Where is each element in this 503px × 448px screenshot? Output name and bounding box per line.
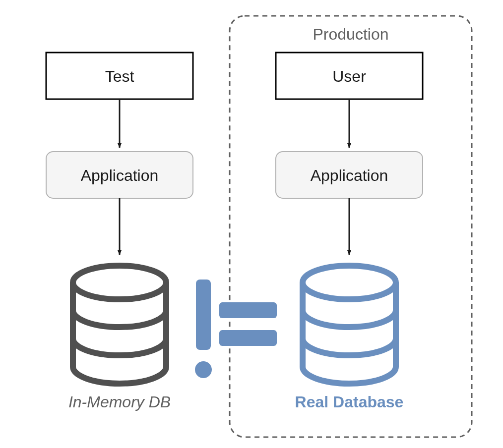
user-box-label: User [332, 67, 366, 85]
architecture-diagram: Production Test Application In-Memory DB… [0, 0, 503, 448]
production-label: Production [313, 25, 389, 43]
svg-point-1 [303, 266, 396, 299]
application-box-left-label: Application [81, 167, 159, 184]
application-box-right-label: Application [311, 167, 388, 184]
inmemory-db-icon [73, 266, 166, 384]
svg-point-0 [73, 266, 166, 299]
test-box-label: Test [105, 67, 134, 85]
inmemory-db-label: In-Memory DB [68, 393, 171, 411]
real-db-label: Real Database [295, 393, 404, 411]
svg-rect-4 [219, 302, 277, 318]
svg-point-3 [195, 361, 212, 378]
not-equal-icon [195, 280, 277, 378]
svg-rect-2 [196, 280, 211, 350]
real-db-icon [303, 266, 396, 384]
svg-rect-5 [219, 330, 277, 346]
